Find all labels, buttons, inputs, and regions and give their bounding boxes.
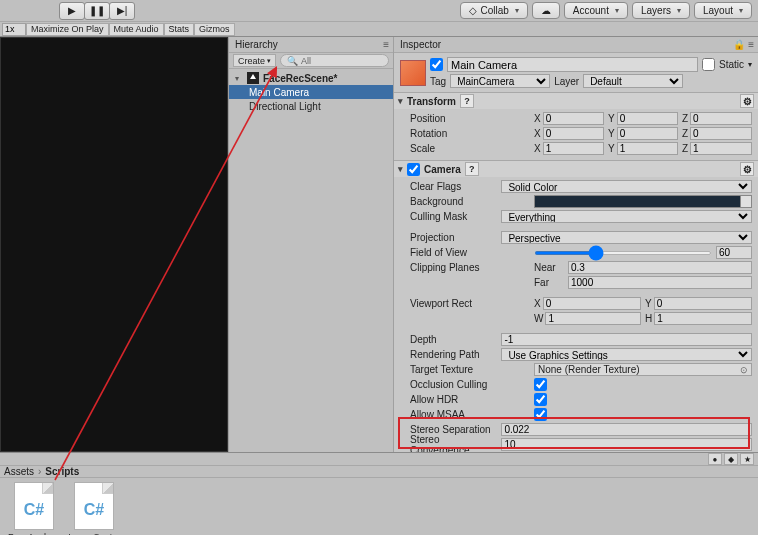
breadcrumb-root[interactable]: Assets bbox=[4, 466, 34, 477]
breadcrumb-current[interactable]: Scripts bbox=[45, 466, 79, 477]
hierarchy-toolbar: Create ▾ 🔍 All bbox=[229, 53, 393, 69]
occlusion-toggle[interactable] bbox=[534, 378, 547, 391]
hierarchy-tab-label: Hierarchy bbox=[235, 39, 278, 50]
msaa-toggle[interactable] bbox=[534, 408, 547, 421]
position-y-input[interactable] bbox=[617, 112, 678, 125]
hierarchy-scene-item[interactable]: ▾ FaceRecScene* bbox=[229, 71, 393, 85]
asset-image-capture[interactable]: C# ImageCapt... bbox=[68, 482, 120, 535]
viewport-label: Viewport Rect bbox=[410, 298, 530, 309]
viewport-y-input[interactable] bbox=[654, 297, 752, 310]
hdr-label: Allow HDR bbox=[410, 394, 530, 405]
chevron-down-icon[interactable]: ▾ bbox=[748, 60, 752, 69]
depth-label: Depth bbox=[410, 334, 497, 345]
layers-button[interactable]: Layers bbox=[632, 2, 690, 19]
hdr-toggle[interactable] bbox=[534, 393, 547, 406]
hierarchy-search-placeholder: All bbox=[301, 56, 311, 66]
rotation-label: Rotation bbox=[410, 128, 530, 139]
camera-header[interactable]: ▾ Camera ? ⚙ bbox=[394, 161, 758, 177]
assets-grid[interactable]: C# FaceAnalys... C# ImageCapt... bbox=[0, 478, 758, 535]
pause-button[interactable]: ❚❚ bbox=[84, 2, 110, 20]
expand-toggle-icon[interactable]: ▾ bbox=[235, 74, 243, 83]
clear-flags-dropdown[interactable]: Solid Color bbox=[501, 180, 752, 193]
hierarchy-search-input[interactable]: 🔍 All bbox=[280, 54, 389, 67]
hierarchy-create-button[interactable]: Create ▾ bbox=[233, 54, 276, 67]
game-view[interactable] bbox=[0, 37, 228, 452]
stereo-sep-input[interactable] bbox=[501, 423, 752, 436]
hierarchy-item-main-camera[interactable]: Main Camera bbox=[229, 85, 393, 99]
script-file-icon: C# bbox=[14, 482, 54, 530]
gameobject-active-toggle[interactable] bbox=[430, 58, 443, 71]
transform-header[interactable]: ▾ Transform ? ⚙ bbox=[394, 93, 758, 109]
scale-x-input[interactable] bbox=[543, 142, 604, 155]
fov-slider[interactable] bbox=[534, 251, 712, 255]
culling-mask-dropdown[interactable]: Everything bbox=[501, 210, 752, 223]
account-label: Account bbox=[573, 5, 609, 16]
scale-label: Scale bbox=[410, 143, 530, 154]
near-input[interactable] bbox=[568, 261, 752, 274]
scale-z-input[interactable] bbox=[690, 142, 752, 155]
gear-icon[interactable]: ⚙ bbox=[740, 162, 754, 176]
gear-icon[interactable]: ⚙ bbox=[740, 94, 754, 108]
inspector-options-icon[interactable]: 🔒 ≡ bbox=[729, 39, 758, 50]
clipping-label: Clipping Planes bbox=[410, 262, 530, 273]
far-input[interactable] bbox=[568, 276, 752, 289]
cloud-button[interactable]: ☁ bbox=[532, 2, 560, 19]
help-icon[interactable]: ? bbox=[465, 162, 479, 176]
assets-icon-1[interactable]: ● bbox=[708, 453, 722, 465]
rendering-path-dropdown[interactable]: Use Graphics Settings bbox=[501, 348, 752, 361]
account-button[interactable]: Account bbox=[564, 2, 628, 19]
position-z-input[interactable] bbox=[690, 112, 752, 125]
fov-input[interactable] bbox=[716, 246, 752, 259]
object-picker-icon[interactable]: ⊙ bbox=[740, 365, 748, 375]
rotation-y-input[interactable] bbox=[617, 127, 678, 140]
target-texture-field[interactable]: None (Render Texture)⊙ bbox=[534, 363, 752, 376]
camera-enable-toggle[interactable] bbox=[407, 163, 420, 176]
far-label: Far bbox=[534, 277, 564, 288]
collab-button[interactable]: ◇ Collab bbox=[460, 2, 527, 19]
tag-dropdown[interactable]: MainCamera bbox=[450, 74, 550, 88]
script-file-icon: C# bbox=[74, 482, 114, 530]
play-button[interactable]: ▶ bbox=[59, 2, 85, 20]
hierarchy-item-label: Main Camera bbox=[249, 87, 309, 98]
fold-icon[interactable]: ▾ bbox=[398, 164, 403, 174]
fov-label: Field of View bbox=[410, 247, 530, 258]
background-label: Background bbox=[410, 196, 530, 207]
stereo-conv-input[interactable] bbox=[501, 438, 752, 451]
assets-icon-3[interactable]: ★ bbox=[740, 453, 754, 465]
projection-dropdown[interactable]: Perspective bbox=[501, 231, 752, 244]
background-color-field[interactable] bbox=[534, 195, 752, 208]
inspector-tab[interactable]: Inspector 🔒 ≡ bbox=[394, 37, 758, 53]
viewport-h-input[interactable] bbox=[654, 312, 752, 325]
game-view-panel bbox=[0, 37, 228, 452]
static-toggle[interactable] bbox=[702, 58, 715, 71]
inspector-tab-label: Inspector bbox=[400, 39, 441, 50]
layer-dropdown[interactable]: Default bbox=[583, 74, 683, 88]
scale-input[interactable] bbox=[2, 23, 26, 36]
hierarchy-item-directional-light[interactable]: Directional Light bbox=[229, 99, 393, 113]
mute-audio-toggle[interactable]: Mute Audio bbox=[109, 23, 164, 36]
stats-toggle[interactable]: Stats bbox=[164, 23, 195, 36]
rotation-x-input[interactable] bbox=[543, 127, 604, 140]
target-texture-value: None (Render Texture) bbox=[538, 364, 640, 375]
layout-button[interactable]: Layout bbox=[694, 2, 752, 19]
gizmos-toggle[interactable]: Gizmos bbox=[194, 23, 235, 36]
gameobject-name-input[interactable] bbox=[447, 57, 698, 72]
depth-input[interactable] bbox=[501, 333, 752, 346]
help-icon[interactable]: ? bbox=[460, 94, 474, 108]
hierarchy-tab[interactable]: Hierarchy ≡ bbox=[229, 37, 393, 53]
assets-toolbar: ● ◆ ★ bbox=[0, 453, 758, 466]
scale-y-input[interactable] bbox=[617, 142, 678, 155]
assets-icon-2[interactable]: ◆ bbox=[724, 453, 738, 465]
gameobject-icon[interactable] bbox=[400, 60, 426, 86]
hierarchy-item-label: Directional Light bbox=[249, 101, 321, 112]
hierarchy-options-icon[interactable]: ≡ bbox=[379, 39, 393, 50]
rotation-z-input[interactable] bbox=[690, 127, 752, 140]
viewport-w-input[interactable] bbox=[545, 312, 641, 325]
position-x-input[interactable] bbox=[543, 112, 604, 125]
rendering-path-label: Rendering Path bbox=[410, 349, 497, 360]
maximize-on-play-toggle[interactable]: Maximize On Play bbox=[26, 23, 109, 36]
step-button[interactable]: ▶| bbox=[109, 2, 135, 20]
asset-face-analysis[interactable]: C# FaceAnalys... bbox=[8, 482, 60, 535]
viewport-x-input[interactable] bbox=[543, 297, 641, 310]
fold-icon[interactable]: ▾ bbox=[398, 96, 403, 106]
